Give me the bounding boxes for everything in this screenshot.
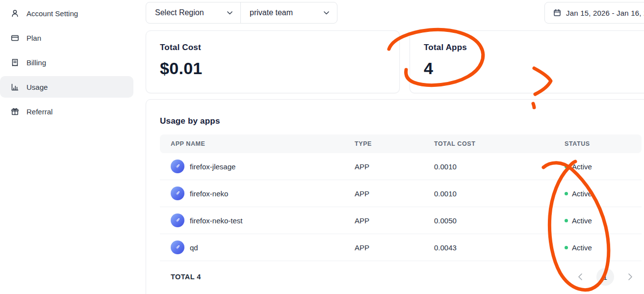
date-range-picker[interactable]: Jan 15, 2026 - Jan 16, 20 — [544, 2, 644, 24]
chevron-down-icon — [324, 11, 329, 15]
active-status-dot — [565, 192, 568, 195]
status-badge: Active — [572, 162, 592, 171]
app-total-cost: 0.0043 — [434, 243, 565, 252]
user-icon — [11, 9, 19, 18]
total-apps-label: Total Apps — [424, 43, 644, 53]
team-select-value: private team — [250, 8, 293, 17]
rocket-app-icon — [171, 214, 184, 227]
col-app-name: APP NAME — [171, 140, 355, 147]
usage-dashboard-page: Account Setting Plan Billing Usage Refer… — [0, 0, 644, 294]
gift-icon — [11, 107, 19, 116]
app-name: firefox-neko — [190, 189, 228, 198]
rocket-app-icon — [171, 241, 184, 254]
total-apps-card: Total Apps 4 — [410, 30, 644, 93]
filters-group: Select Region private team — [146, 2, 337, 24]
table-row[interactable]: firefox-neko APP 0.0010 Active — [160, 180, 642, 207]
app-name: firefox-neko-test — [190, 216, 243, 225]
pagination-next-button[interactable] — [626, 272, 635, 281]
pagination-prev-button[interactable] — [576, 272, 585, 281]
rocket-app-icon — [171, 160, 184, 173]
app-type: APP — [355, 189, 434, 198]
receipt-icon — [11, 58, 19, 67]
sidebar-item-label: Plan — [26, 34, 41, 42]
team-select[interactable]: private team — [241, 2, 337, 23]
col-total-cost: TOTAL COST — [434, 140, 565, 147]
col-type: TYPE — [355, 140, 434, 147]
col-status: STATUS — [565, 140, 642, 147]
active-status-dot — [565, 246, 568, 249]
pagination: 1 — [576, 261, 635, 293]
sidebar-item-label: Billing — [26, 58, 46, 67]
region-select[interactable]: Select Region — [146, 2, 241, 23]
app-total-cost: 0.0010 — [434, 162, 565, 171]
table-total-label: TOTAL 4 — [171, 273, 201, 281]
sidebar: Account Setting Plan Billing Usage Refer… — [0, 0, 133, 294]
table-row[interactable]: firefox-jlesage APP 0.0010 Active — [160, 153, 642, 180]
table-row[interactable]: qd APP 0.0043 Active — [160, 234, 642, 261]
sidebar-item-billing[interactable]: Billing — [0, 52, 133, 73]
status-badge: Active — [572, 216, 592, 225]
table-header-row: APP NAME TYPE TOTAL COST STATUS — [160, 134, 642, 153]
sidebar-item-label: Referral — [26, 107, 52, 116]
sidebar-item-referral[interactable]: Referral — [0, 101, 133, 122]
bar-chart-icon — [11, 83, 19, 91]
chevron-left-icon — [578, 273, 582, 280]
app-type: APP — [355, 162, 434, 171]
status-badge: Active — [572, 189, 592, 198]
sidebar-item-account-setting[interactable]: Account Setting — [0, 2, 133, 24]
app-type: APP — [355, 216, 434, 225]
active-status-dot — [565, 165, 568, 168]
sidebar-item-label: Usage — [26, 83, 48, 91]
date-range-value: Jan 15, 2026 - Jan 16, 20 — [566, 9, 644, 17]
rocket-app-icon — [171, 187, 184, 200]
total-cost-value: $0.01 — [160, 59, 386, 78]
table-title: Usage by apps — [160, 116, 642, 126]
app-name: qd — [190, 243, 198, 252]
region-select-value: Select Region — [155, 8, 204, 17]
sidebar-item-plan[interactable]: Plan — [0, 27, 133, 49]
table-row[interactable]: firefox-neko-test APP 0.0050 Active — [160, 207, 642, 234]
app-type: APP — [355, 243, 434, 252]
calendar-icon — [553, 9, 561, 17]
total-cost-card: Total Cost $0.01 — [146, 30, 400, 93]
app-total-cost: 0.0050 — [434, 216, 565, 225]
app-name: firefox-jlesage — [190, 162, 235, 171]
pagination-page-1[interactable]: 1 — [596, 268, 614, 286]
usage-by-apps-card: Usage by apps APP NAME TYPE TOTAL COST S… — [146, 99, 644, 294]
status-badge: Active — [572, 243, 592, 252]
sidebar-item-usage[interactable]: Usage — [0, 76, 133, 98]
chevron-down-icon — [227, 11, 232, 15]
table-footer: TOTAL 4 1 — [160, 261, 642, 293]
sidebar-item-label: Account Setting — [26, 9, 78, 18]
total-cost-label: Total Cost — [160, 43, 386, 53]
total-apps-value: 4 — [424, 59, 644, 78]
active-status-dot — [565, 219, 568, 222]
chevron-right-icon — [628, 273, 632, 280]
app-total-cost: 0.0010 — [434, 189, 565, 198]
card-icon — [11, 34, 19, 42]
